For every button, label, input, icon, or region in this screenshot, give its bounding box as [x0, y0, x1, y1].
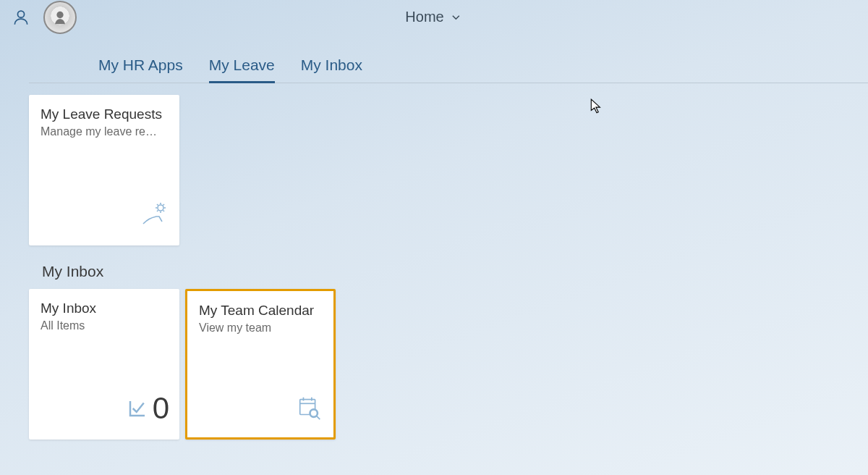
inbox-check-icon — [127, 398, 148, 419]
tile-title: My Team Calendar — [199, 303, 322, 319]
svg-point-0 — [17, 11, 24, 17]
tab-my-leave[interactable]: My Leave — [209, 56, 275, 83]
svg-line-7 — [157, 204, 158, 206]
vacation-icon — [140, 201, 169, 232]
svg-line-17 — [317, 416, 320, 419]
tile-title: My Leave Requests — [41, 106, 168, 122]
home-dropdown[interactable]: Home — [405, 9, 462, 25]
tile-subtitle: All Items — [41, 319, 168, 332]
inbox-count: 0 — [153, 393, 169, 424]
svg-line-9 — [163, 204, 165, 206]
tile-title: My Inbox — [41, 300, 168, 316]
tile-content: My Leave Requests Manage my leave re… My — [0, 83, 868, 451]
tab-my-inbox[interactable]: My Inbox — [301, 56, 362, 83]
tile-my-leave-requests[interactable]: My Leave Requests Manage my leave re… — [29, 95, 179, 245]
svg-line-8 — [163, 211, 165, 212]
svg-point-2 — [158, 205, 163, 211]
tile-my-team-calendar[interactable]: My Team Calendar View my team — [185, 289, 336, 440]
tab-my-hr-apps[interactable]: My HR Apps — [98, 56, 183, 83]
svg-line-10 — [157, 211, 158, 212]
top-bar: Home — [0, 0, 868, 35]
tile-my-inbox[interactable]: My Inbox All Items 0 — [29, 289, 179, 440]
user-icon[interactable] — [12, 8, 30, 27]
state-seal-logo[interactable] — [43, 1, 77, 34]
tile-subtitle: View my team — [199, 321, 322, 335]
svg-point-1 — [56, 12, 63, 18]
section-title-my-inbox: My Inbox — [42, 263, 839, 280]
tab-bar: My HR Apps My Leave My Inbox — [29, 35, 868, 83]
tile-subtitle: Manage my leave re… — [41, 125, 168, 138]
tile-kpi: 0 — [127, 393, 169, 424]
chevron-down-icon — [450, 11, 463, 24]
calendar-search-icon — [296, 394, 323, 424]
home-label: Home — [405, 9, 443, 25]
